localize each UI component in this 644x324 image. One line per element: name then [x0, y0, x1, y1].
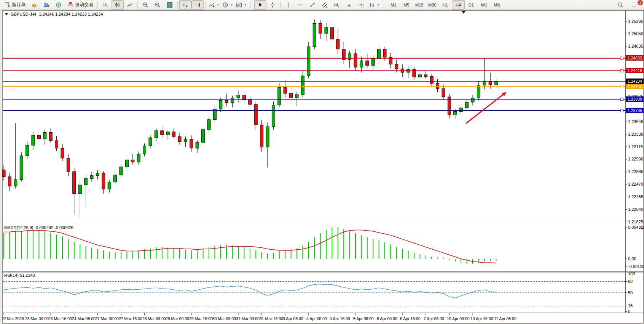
line-chart-icon — [127, 2, 133, 8]
macd-tick-label: -0.001201 — [628, 264, 644, 269]
data-window-button[interactable] — [40, 0, 53, 10]
hline-price-badge: 1.24145 — [626, 84, 644, 89]
periods-button[interactable]: ▼ — [221, 0, 234, 10]
new-order-label: 新订单 — [12, 2, 26, 8]
hline-price-badge: 1.23930 — [626, 96, 644, 102]
horizontal-line-button[interactable] — [294, 0, 306, 10]
auto-scroll-button[interactable] — [179, 0, 191, 10]
zoom-in-button[interactable] — [139, 0, 151, 10]
timeframe-button-m15[interactable]: M15 — [413, 0, 426, 10]
time-axis-label: 22 Mar 2023 — [2, 316, 24, 321]
timeframe-button-m5[interactable]: M5 — [400, 0, 413, 10]
vertical-line-icon — [285, 2, 291, 8]
price-tick-label: 1.22900 — [628, 157, 643, 161]
time-axis-label: 23 Mar 16:00 — [48, 316, 72, 321]
toolbar-right: 1 — [614, 1, 641, 10]
time-axis-label: 24 Mar 08:00 — [72, 316, 96, 321]
time-axis-label: 29 Mar 00:00 — [166, 316, 189, 321]
time-axis-label: 27 Mar 00:00 — [95, 316, 119, 321]
svg-text:F: F — [338, 5, 340, 8]
svg-text:A: A — [347, 2, 351, 8]
periods-icon — [222, 2, 228, 8]
price-tick-label: 1.22040 — [628, 207, 643, 212]
zoom-out-button[interactable] — [151, 0, 164, 10]
notifications-button[interactable]: 1 — [629, 1, 641, 10]
notification-count-badge: 1 — [637, 0, 643, 6]
timeframe-button-mn[interactable]: MN — [491, 0, 504, 10]
hline-price-badge: 1.24418 — [626, 68, 644, 73]
autotrading-button[interactable]: 自动交易 — [65, 0, 96, 10]
bar-chart-button[interactable] — [99, 0, 112, 10]
crosshair-icon — [269, 2, 276, 8]
symbol-dropdown-icon[interactable] — [5, 13, 8, 15]
text-label-button[interactable]: T — [355, 0, 367, 10]
toolbar-separator — [205, 2, 206, 8]
fibonacci-button[interactable]: F — [331, 0, 343, 10]
zoom-out-icon — [155, 2, 161, 8]
rsi-indicator-label: RSI(14) 51.2340 — [4, 273, 35, 277]
templates-dropdown-icon: ▼ — [244, 4, 247, 6]
chart-overlays: GBPUSD-,H4 1.24246 1.24284 1.24233 1.242… — [0, 0, 644, 324]
timeframe-button-d1[interactable]: D1 — [465, 0, 478, 10]
vertical-line-button[interactable] — [282, 0, 294, 10]
timeframe-button-w1[interactable]: W1 — [478, 0, 491, 10]
time-axis-label: 31 Mar 00:00 — [236, 316, 260, 321]
rsi-tick-label: 100 — [628, 271, 635, 276]
candle-chart-button[interactable] — [112, 0, 124, 10]
bar-chart-icon — [102, 2, 108, 8]
time-axis-label: 30 Mar 08:00 — [212, 316, 236, 321]
toolbar-grip[interactable] — [250, 2, 252, 8]
price-tick-label: 1.23545 — [628, 119, 643, 124]
arrows-button[interactable]: ▼ — [367, 0, 381, 10]
text-button[interactable]: A — [343, 0, 355, 10]
search-icon — [617, 2, 623, 9]
timeframe-button-h4[interactable]: H4 — [452, 0, 465, 10]
new-order-button[interactable]: 新订单 — [2, 0, 28, 10]
market-watch-button[interactable] — [28, 0, 40, 10]
macd-tick-label: 0.00 — [628, 257, 636, 261]
chart-title: GBPUSD-,H4 1.24246 1.24284 1.24233 1.242… — [5, 12, 103, 16]
svg-text:T: T — [360, 3, 362, 7]
tile-windows-button[interactable] — [164, 0, 176, 10]
chart-shift-button[interactable] — [191, 0, 204, 10]
search-button[interactable] — [614, 1, 626, 10]
time-axis-label: 27 Mar 16:00 — [119, 316, 142, 321]
timeframe-button-h1[interactable]: H1 — [439, 0, 452, 10]
macd-name: MACD(12,26,9) — [4, 225, 33, 230]
cursor-button[interactable] — [254, 0, 266, 10]
fibonacci-icon: F — [334, 2, 340, 8]
macd-tick-label: 0.004828 — [628, 225, 644, 229]
autotrading-icon — [67, 2, 73, 8]
timeframe-button-m30[interactable]: M30 — [426, 0, 439, 10]
trendline-button[interactable] — [306, 0, 319, 10]
hline-price-badge: 1.24633 — [626, 55, 644, 61]
zoom-in-icon — [142, 2, 148, 8]
line-chart-button[interactable] — [124, 0, 136, 10]
time-axis-label: 7 Apr 08:00 — [424, 316, 444, 321]
auto-scroll-icon — [182, 2, 188, 8]
toolbar-separator — [97, 2, 98, 8]
autotrading-label: 自动交易 — [75, 2, 93, 8]
time-axis-label: 6 Apr 00:00 — [377, 316, 397, 321]
price-tick-label: 1.23330 — [628, 132, 643, 136]
toolbar-grip[interactable] — [383, 2, 385, 8]
channel-button[interactable]: E — [319, 0, 331, 10]
navigator-icon — [56, 2, 62, 8]
macd-values: -0.000292 -0.000626 — [34, 225, 73, 230]
time-axis-label: 6 Apr 16:00 — [400, 316, 421, 321]
navigator-button[interactable] — [53, 0, 65, 10]
crosshair-button[interactable] — [266, 0, 279, 10]
arrows-dropdown-icon: ▼ — [377, 4, 379, 6]
svg-text:E: E — [325, 5, 327, 8]
indicators-button[interactable]: ▼ — [207, 0, 221, 10]
periods-dropdown-icon: ▼ — [231, 4, 233, 6]
time-axis-label: 23 Mar 00:00 — [25, 316, 49, 321]
rsi-name: RSI(14) — [4, 273, 19, 277]
arrows-icon — [369, 2, 375, 8]
price-tick-label: 1.22255 — [628, 194, 643, 199]
trendline-icon — [309, 2, 316, 8]
timeframe-button-m1[interactable]: M1 — [387, 0, 400, 10]
price-tick-label: 1.23115 — [628, 144, 643, 149]
indicators-dropdown-icon: ▼ — [217, 4, 219, 6]
templates-button[interactable]: ▼ — [234, 0, 248, 10]
